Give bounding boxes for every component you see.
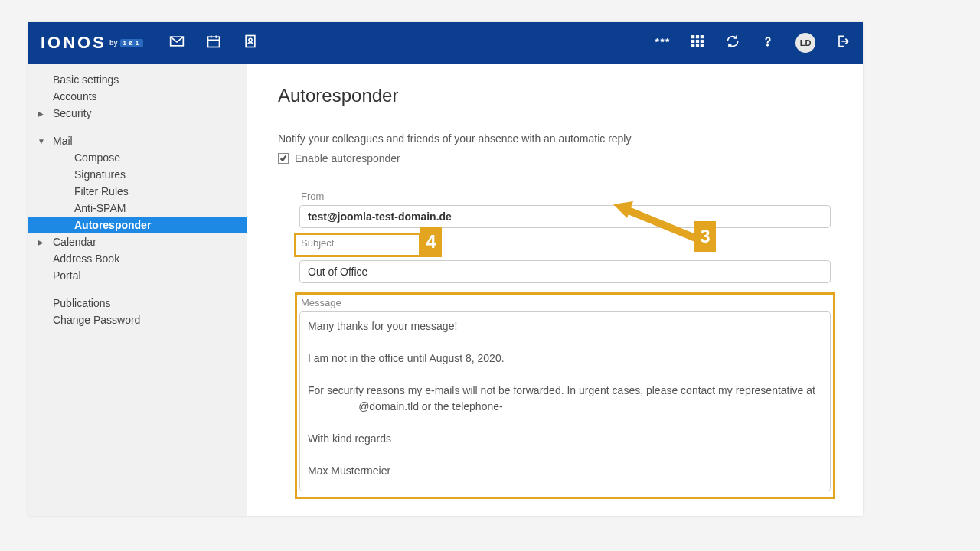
svg-point-6 — [249, 38, 252, 41]
nav-signatures[interactable]: Signatures — [28, 166, 247, 183]
svg-point-16 — [766, 44, 769, 47]
svg-rect-9 — [701, 36, 703, 38]
logo-sub: by — [109, 39, 118, 47]
nav-accounts[interactable]: Accounts — [28, 88, 247, 105]
svg-rect-8 — [696, 36, 698, 38]
nav-security[interactable]: ▶Security — [28, 105, 247, 122]
svg-rect-7 — [692, 36, 694, 38]
help-icon[interactable] — [760, 34, 776, 52]
from-label: From — [299, 191, 832, 202]
sidebar: Basic settings Accounts ▶Security ▼Mail … — [28, 64, 247, 516]
nav-portal[interactable]: Portal — [28, 267, 247, 284]
apps-icon[interactable] — [690, 34, 705, 52]
avatar[interactable]: LD — [795, 33, 815, 53]
svg-rect-14 — [696, 44, 698, 47]
contacts-icon[interactable] — [243, 34, 258, 52]
subject-highlight: Subject — [294, 233, 421, 257]
logo-tag: 1&1 — [120, 39, 143, 47]
logo[interactable]: IONOS by 1&1 — [41, 33, 143, 53]
svg-rect-12 — [701, 40, 703, 42]
callout-3: 3 — [694, 221, 716, 252]
logout-icon[interactable] — [835, 34, 851, 52]
subject-label: Subject — [299, 237, 416, 249]
page-title: Autoresponder — [278, 85, 832, 106]
enable-checkbox[interactable] — [278, 153, 289, 164]
logo-text: IONOS — [41, 33, 106, 53]
message-label: Message — [299, 297, 831, 308]
nav-filter-rules[interactable]: Filter Rules — [28, 183, 247, 200]
stars-icon[interactable] — [655, 34, 670, 52]
nav-anti-spam[interactable]: Anti-SPAM — [28, 200, 247, 217]
nav-address-book[interactable]: Address Book — [28, 250, 247, 267]
refresh-icon[interactable] — [725, 34, 740, 52]
nav-autoresponder[interactable]: Autoresponder — [28, 217, 247, 233]
message-highlight: Message — [295, 292, 835, 499]
nav-basic-settings[interactable]: Basic settings — [28, 71, 247, 88]
page-description: Notify your colleagues and friends of yo… — [278, 132, 832, 145]
svg-rect-1 — [208, 37, 220, 47]
subject-input[interactable] — [299, 260, 831, 283]
nav-mail[interactable]: ▼Mail — [28, 132, 247, 149]
nav-publications[interactable]: Publications — [28, 295, 247, 311]
callout-4: 4 — [420, 227, 442, 257]
enable-label: Enable autoresponder — [295, 152, 400, 165]
svg-rect-10 — [692, 40, 694, 42]
callout-3-arrow: 3 — [607, 194, 730, 266]
message-textarea[interactable] — [299, 311, 831, 491]
caret-right-icon: ▶ — [38, 238, 44, 246]
caret-down-icon: ▼ — [38, 137, 45, 145]
main-panel: Autoresponder Notify your colleagues and… — [247, 64, 863, 516]
calendar-icon[interactable] — [206, 34, 221, 52]
caret-right-icon: ▶ — [38, 109, 44, 118]
nav-compose[interactable]: Compose — [28, 149, 247, 166]
nav-calendar[interactable]: ▶Calendar — [28, 233, 247, 250]
svg-rect-13 — [692, 44, 694, 47]
svg-rect-15 — [701, 44, 703, 47]
svg-rect-11 — [696, 40, 698, 42]
mail-icon[interactable] — [169, 34, 185, 52]
nav-change-password[interactable]: Change Password — [28, 311, 247, 328]
app-header: IONOS by 1&1 LD — [28, 22, 863, 64]
from-input[interactable] — [299, 205, 831, 228]
